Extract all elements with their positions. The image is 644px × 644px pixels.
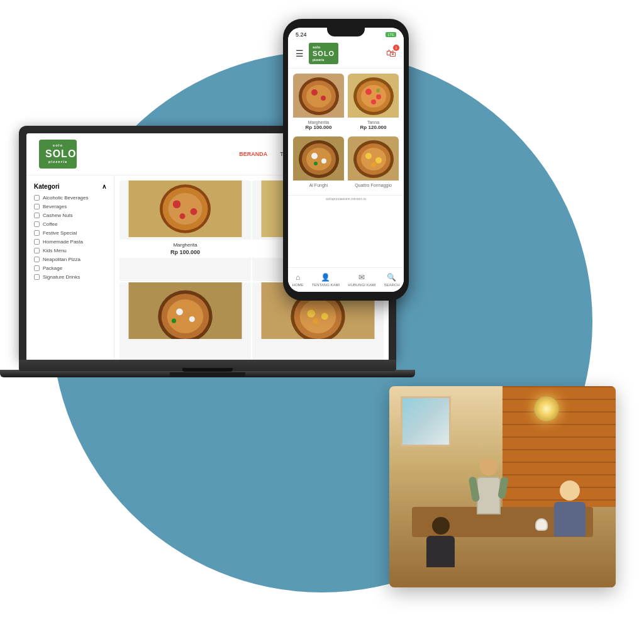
nav-home-label: HOME bbox=[292, 283, 304, 287]
checkbox-icon[interactable] bbox=[34, 221, 40, 227]
phone-header: ☰ solo SOLO pizzeria 🛍 1 bbox=[288, 39, 404, 69]
svg-point-5 bbox=[191, 208, 197, 215]
checkbox-icon[interactable] bbox=[34, 213, 40, 218]
category-label: Cashew Nuts bbox=[43, 213, 73, 218]
svg-point-25 bbox=[172, 319, 176, 323]
list-item[interactable]: Kids Menu bbox=[34, 248, 106, 253]
checkbox-icon[interactable] bbox=[34, 239, 40, 245]
phone-pizza-2 bbox=[352, 75, 396, 116]
product-card[interactable] bbox=[119, 282, 251, 360]
restaurant-scene bbox=[389, 386, 616, 587]
restaurant-photo bbox=[389, 386, 616, 587]
pizza-area bbox=[348, 136, 399, 180]
svg-point-3 bbox=[169, 192, 203, 224]
list-item[interactable]: Neapolitan Pizza bbox=[34, 257, 106, 262]
phone-product-info: Al Funghi bbox=[293, 180, 344, 190]
category-label: Neapolitan Pizza bbox=[43, 257, 80, 262]
list-item[interactable]: Package bbox=[34, 265, 106, 271]
phone-logo: solo SOLO pizzeria bbox=[309, 43, 338, 64]
pizza-area bbox=[293, 74, 344, 118]
cart-icon[interactable]: 🛍 1 bbox=[386, 48, 396, 59]
product-card[interactable]: Al Funghi bbox=[293, 136, 344, 190]
phone-product-name: Al Funghi bbox=[296, 183, 341, 187]
phone-logo-name: SOLO bbox=[313, 50, 335, 58]
laptop-logo: solo SOLO pizzeria bbox=[39, 140, 77, 169]
phone-notch bbox=[327, 28, 365, 36]
sidebar-chevron-icon: ∧ bbox=[102, 183, 106, 190]
category-label: Signature Drinks bbox=[43, 274, 80, 280]
checkbox-icon[interactable] bbox=[34, 257, 40, 262]
phone-product-info: Quattro Formaggio bbox=[348, 180, 399, 190]
list-item[interactable]: Beverages bbox=[34, 204, 106, 209]
svg-point-30 bbox=[307, 309, 315, 318]
product-card[interactable]: Tanna Rp 120.000 bbox=[348, 74, 399, 133]
list-item[interactable]: Cashew Nuts bbox=[34, 213, 106, 218]
svg-point-44 bbox=[376, 94, 381, 99]
phone-url-bar: solopizzastore.minion.io bbox=[288, 195, 404, 202]
phone-pizza-1 bbox=[297, 75, 341, 116]
phone-signal: LTE bbox=[386, 32, 396, 37]
laptop-base bbox=[19, 360, 396, 371]
phone-pizza-3 bbox=[297, 138, 341, 179]
nav-hubungi-label: HUBUNGI KAMI bbox=[348, 283, 375, 287]
pizza-image-3 bbox=[119, 282, 251, 339]
checkbox-icon[interactable] bbox=[34, 204, 40, 209]
phone-product-info: Tanna Rp 120.000 bbox=[348, 118, 399, 133]
category-sidebar: Kategori ∧ Alcoholic Beverages Beverages bbox=[26, 175, 114, 360]
svg-point-58 bbox=[371, 162, 376, 167]
search-icon: 🔍 bbox=[387, 273, 396, 282]
phone-product-name: Margherita bbox=[296, 120, 341, 125]
product-card[interactable]: Margherita Rp 100.000 bbox=[119, 180, 251, 282]
pizza-area bbox=[293, 136, 344, 180]
svg-point-49 bbox=[306, 148, 331, 170]
phone-product-name: Quattro Formaggio bbox=[350, 183, 396, 187]
pizza-area bbox=[348, 74, 399, 118]
list-item[interactable]: Alcoholic Beverages bbox=[34, 195, 106, 201]
cart-badge: 1 bbox=[393, 45, 399, 51]
category-label: Homemade Pasta bbox=[43, 239, 83, 245]
sidebar-title: Kategori ∧ bbox=[34, 183, 106, 190]
product-card[interactable]: Margherita Rp 100.000 bbox=[293, 74, 344, 133]
nav-tentang[interactable]: 👤 TENTANG KAMI bbox=[312, 273, 340, 287]
scene: solo SOLO pizzeria BERANDA TENTANG KAMI … bbox=[0, 0, 644, 644]
checkbox-icon[interactable] bbox=[34, 265, 40, 271]
phone-screen: 5.24 LTE ☰ solo SOLO pizzeria 🛍 1 bbox=[288, 28, 404, 292]
svg-point-57 bbox=[375, 157, 382, 164]
product-card[interactable]: Quattro Formaggio bbox=[348, 136, 399, 190]
svg-point-31 bbox=[321, 313, 328, 320]
svg-point-46 bbox=[376, 89, 380, 92]
nav-home[interactable]: ⌂ HOME bbox=[292, 273, 304, 287]
phone-pizza-4 bbox=[352, 138, 396, 179]
menu-icon[interactable]: ☰ bbox=[296, 48, 304, 58]
checkbox-icon[interactable] bbox=[34, 274, 40, 280]
svg-point-22 bbox=[167, 299, 204, 333]
category-label: Alcoholic Beverages bbox=[43, 195, 88, 201]
svg-point-23 bbox=[176, 308, 183, 315]
svg-point-45 bbox=[371, 99, 376, 104]
nav-hubungi[interactable]: ✉ HUBUNGI KAMI bbox=[348, 273, 375, 287]
phone-product-price: Rp 100.000 bbox=[296, 125, 341, 130]
phone-time: 5.24 bbox=[296, 31, 307, 38]
svg-point-32 bbox=[313, 318, 318, 324]
nav-beranda[interactable]: BERANDA bbox=[239, 151, 267, 157]
svg-point-37 bbox=[321, 96, 326, 101]
svg-point-24 bbox=[189, 316, 195, 322]
restaurant-background bbox=[389, 386, 616, 587]
list-item[interactable]: Festive Special bbox=[34, 230, 106, 236]
checkbox-icon[interactable] bbox=[34, 195, 40, 201]
list-item[interactable]: Signature Drinks bbox=[34, 274, 106, 280]
list-item[interactable]: Homemade Pasta bbox=[34, 239, 106, 245]
window bbox=[401, 396, 451, 447]
checkbox-icon[interactable] bbox=[34, 248, 40, 253]
nav-search[interactable]: 🔍 SEARCH bbox=[384, 273, 399, 287]
phone-product-price: Rp 120.000 bbox=[350, 125, 396, 130]
product-info: Margherita Rp 100.000 bbox=[119, 240, 251, 258]
svg-point-36 bbox=[311, 89, 318, 96]
logo-name: SOLO bbox=[45, 148, 70, 160]
product-name: Margherita bbox=[123, 242, 247, 248]
checkbox-icon[interactable] bbox=[34, 230, 40, 236]
waiter-figure bbox=[475, 458, 502, 527]
ceiling-lamp bbox=[534, 396, 559, 421]
list-item[interactable]: Coffee bbox=[34, 221, 106, 227]
svg-point-50 bbox=[311, 153, 318, 159]
